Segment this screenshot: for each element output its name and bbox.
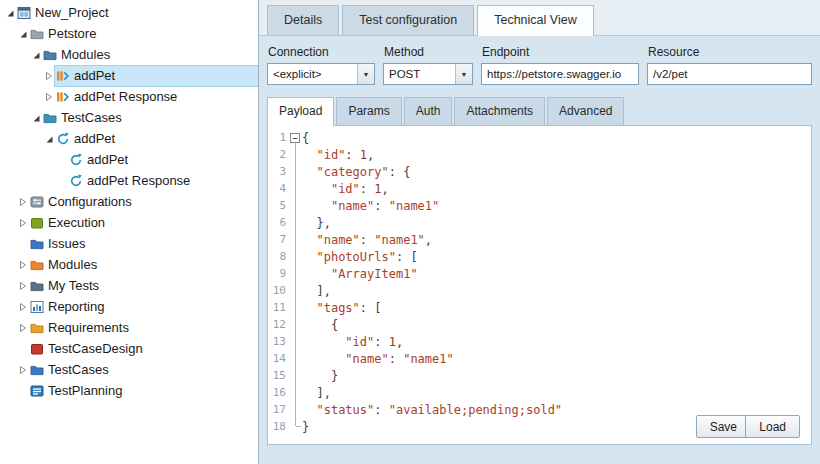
collapse-arrow-icon[interactable] xyxy=(16,29,29,39)
tab-advanced[interactable]: Advanced xyxy=(547,97,624,125)
tree-item-content[interactable]: addPet xyxy=(68,150,258,170)
tab-params[interactable]: Params xyxy=(336,97,401,125)
code-text: }, xyxy=(302,216,331,230)
tab-attachments[interactable]: Attachments xyxy=(454,97,545,125)
tree-item-issues[interactable]: Issues xyxy=(0,233,258,254)
payload-tab-bar: Payload Params Auth Attachments Advanced xyxy=(259,97,820,125)
expand-arrow-icon[interactable] xyxy=(16,365,29,375)
tree-item-content[interactable]: Execution xyxy=(29,213,258,233)
expand-arrow-icon[interactable] xyxy=(16,260,29,270)
collapse-arrow-icon[interactable] xyxy=(42,134,55,144)
line-number: 14 xyxy=(268,352,289,365)
tree-item-requirements[interactable]: Requirements xyxy=(0,317,258,338)
resource-input[interactable] xyxy=(647,63,812,85)
expand-arrow-icon[interactable] xyxy=(16,302,29,312)
tree-item-modules[interactable]: Modules xyxy=(0,44,258,65)
editor-line: 15 } xyxy=(268,367,811,384)
tree-item-content[interactable]: New_Project xyxy=(16,3,258,23)
tree-item-label: addPet xyxy=(86,152,132,167)
tree-item-label: Modules xyxy=(60,47,114,62)
code-text: } xyxy=(302,369,338,383)
save-button[interactable]: Save xyxy=(696,415,751,438)
project-tree: New_ProjectPetstoreModulesaddPetaddPet R… xyxy=(0,0,259,464)
chevron-down-icon[interactable]: ▼ xyxy=(455,64,472,84)
tree-item-petstore[interactable]: Petstore xyxy=(0,23,258,44)
collapse-arrow-icon[interactable] xyxy=(29,50,42,60)
tree-item-testcasedesign[interactable]: TestCaseDesign xyxy=(0,338,258,359)
tree-item-content[interactable]: Issues xyxy=(29,234,258,254)
tree-item-label: TestCases xyxy=(47,362,113,377)
tree-item-testcases[interactable]: TestCases xyxy=(0,107,258,128)
method-label: Method xyxy=(384,45,473,59)
tree-item-content[interactable]: addPet Response xyxy=(55,87,258,107)
tree-item-label: TestCaseDesign xyxy=(47,341,147,356)
tree-item-content[interactable]: Modules xyxy=(42,45,258,65)
editor-line: 12 { xyxy=(268,316,811,333)
requirements-icon xyxy=(30,321,47,335)
load-button[interactable]: Load xyxy=(745,415,800,438)
tree-item-execution[interactable]: Execution xyxy=(0,212,258,233)
editor-line: 2 "id": 1, xyxy=(268,146,811,163)
tree-item-testplanning[interactable]: TestPlanning xyxy=(0,380,258,401)
tree-item-addpet[interactable]: addPet xyxy=(0,128,258,149)
editor-line: 4 "id": 1, xyxy=(268,180,811,197)
collapse-arrow-icon[interactable] xyxy=(29,113,42,123)
tree-item-content[interactable]: addPet xyxy=(55,66,258,86)
connection-select[interactable]: <explicit> ▼ xyxy=(267,63,375,85)
tree-item-new-project[interactable]: New_Project xyxy=(0,2,258,23)
fold-guide xyxy=(289,401,302,418)
tree-item-content[interactable]: TestCases xyxy=(29,360,258,380)
tree-item-label: TestCases xyxy=(60,110,126,125)
tree-item-content[interactable]: addPet Response xyxy=(68,171,258,191)
tree-item-content[interactable]: Modules xyxy=(29,255,258,275)
chevron-down-icon[interactable]: ▼ xyxy=(357,64,374,84)
tab-test-configuration[interactable]: Test configuration xyxy=(342,5,474,35)
tree-item-testcases[interactable]: TestCases xyxy=(0,359,258,380)
endpoint-input[interactable] xyxy=(481,63,639,85)
fold-toggle-icon[interactable]: − xyxy=(289,129,302,146)
tab-payload[interactable]: Payload xyxy=(267,97,334,126)
tree-item-configurations[interactable]: Configurations xyxy=(0,191,258,212)
project-icon xyxy=(17,6,34,20)
resource-field: Resource xyxy=(647,44,812,85)
line-number: 4 xyxy=(268,182,289,195)
editor-line: 8 "photoUrls": [ xyxy=(268,248,811,265)
expand-arrow-icon[interactable] xyxy=(42,71,55,81)
tree-item-addpet[interactable]: addPet xyxy=(0,65,258,86)
expand-arrow-icon[interactable] xyxy=(42,92,55,102)
tree-item-content[interactable]: Configurations xyxy=(29,192,258,212)
method-select[interactable]: POST ▼ xyxy=(383,63,473,85)
tree-item-content[interactable]: TestCaseDesign xyxy=(29,339,258,359)
tree-item-addpet[interactable]: addPet xyxy=(0,149,258,170)
code-text: "name": "name1", xyxy=(302,233,432,247)
fold-guide xyxy=(289,197,302,214)
expand-arrow-icon[interactable] xyxy=(16,218,29,228)
tab-auth[interactable]: Auth xyxy=(404,97,453,125)
tab-technical-view[interactable]: Technical View xyxy=(477,5,593,36)
folder-blue-icon xyxy=(43,48,60,62)
tree-item-content[interactable]: Petstore xyxy=(29,24,258,44)
tab-details[interactable]: Details xyxy=(267,5,339,35)
testcases-icon xyxy=(30,363,47,377)
resource-label: Resource xyxy=(648,45,812,59)
tree-item-content[interactable]: TestCases xyxy=(42,108,258,128)
modules-icon xyxy=(30,258,47,272)
tree-item-content[interactable]: addPet xyxy=(55,129,258,149)
tree-item-content[interactable]: Reporting xyxy=(29,297,258,317)
collapse-arrow-icon[interactable] xyxy=(3,8,16,18)
editor-line: 16 ], xyxy=(268,384,811,401)
expand-arrow-icon[interactable] xyxy=(16,197,29,207)
tree-item-content[interactable]: Requirements xyxy=(29,318,258,338)
tree-item-my-tests[interactable]: My Tests xyxy=(0,275,258,296)
tree-item-reporting[interactable]: Reporting xyxy=(0,296,258,317)
expand-arrow-icon[interactable] xyxy=(16,323,29,333)
tree-item-addpet-response[interactable]: addPet Response xyxy=(0,170,258,191)
tree-item-addpet-response[interactable]: addPet Response xyxy=(0,86,258,107)
app-window: New_ProjectPetstoreModulesaddPetaddPet R… xyxy=(0,0,820,464)
expand-arrow-icon[interactable] xyxy=(16,281,29,291)
tree-item-content[interactable]: TestPlanning xyxy=(29,381,258,401)
payload-editor[interactable]: 1−{2 "id": 1,3 "category": {4 "id": 1,5 … xyxy=(267,125,812,445)
editor-line: 10 ], xyxy=(268,282,811,299)
tree-item-modules[interactable]: Modules xyxy=(0,254,258,275)
tree-item-content[interactable]: My Tests xyxy=(29,276,258,296)
